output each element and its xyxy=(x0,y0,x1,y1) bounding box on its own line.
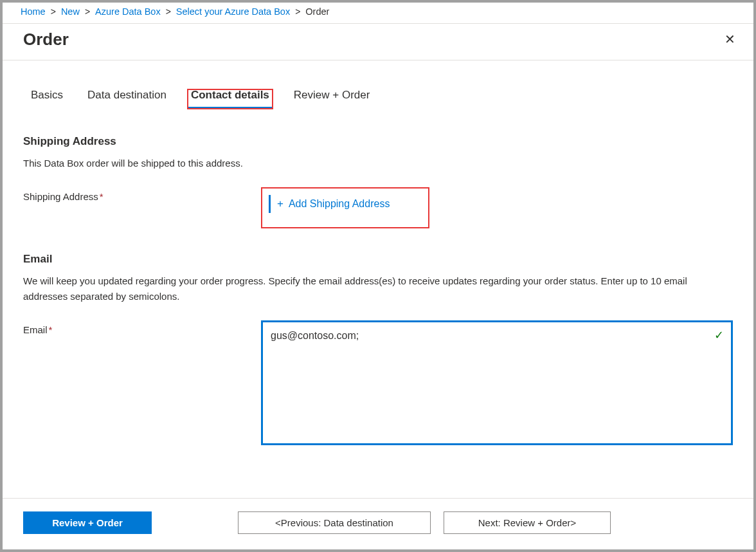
email-label: Email* xyxy=(23,320,261,335)
chevron-right-icon: > xyxy=(295,6,300,17)
page-title: Order xyxy=(23,30,69,50)
email-row: Email* ✓ xyxy=(23,320,733,447)
email-description: We will keep you updated regarding your … xyxy=(23,273,733,304)
shipping-address-row: Shipping Address* + Add Shipping Address xyxy=(23,187,733,228)
tab-contact-details[interactable]: Contact details xyxy=(187,89,273,109)
breadcrumb-new[interactable]: New xyxy=(61,6,80,17)
add-shipping-highlight-box: + Add Shipping Address xyxy=(261,187,429,228)
shipping-heading: Shipping Address xyxy=(23,135,733,148)
next-button[interactable]: Next: Review + Order> xyxy=(444,511,611,534)
breadcrumb: Home > New > Azure Data Box > Select you… xyxy=(3,3,753,24)
close-icon: ✕ xyxy=(724,32,735,46)
title-row: Order ✕ xyxy=(3,24,753,60)
plus-icon: + xyxy=(277,198,284,210)
email-section: Email We will keep you updated regarding… xyxy=(23,253,733,447)
breadcrumb-select-data-box[interactable]: Select your Azure Data Box xyxy=(176,6,290,17)
required-indicator: * xyxy=(49,324,53,335)
chevron-right-icon: > xyxy=(51,6,56,17)
email-input[interactable] xyxy=(261,320,733,445)
checkmark-icon: ✓ xyxy=(714,328,724,342)
email-control: ✓ xyxy=(261,320,733,447)
add-shipping-address-button[interactable]: + Add Shipping Address xyxy=(269,195,397,213)
add-shipping-address-label: Add Shipping Address xyxy=(289,198,390,210)
tab-data-destination[interactable]: Data destination xyxy=(87,89,166,109)
review-order-button[interactable]: Review + Order xyxy=(23,511,152,534)
tab-basics[interactable]: Basics xyxy=(31,89,63,109)
required-indicator: * xyxy=(100,191,104,202)
breadcrumb-current: Order xyxy=(305,6,329,17)
content-area: Basics Data destination Contact details … xyxy=(3,60,753,498)
shipping-address-label: Shipping Address* xyxy=(23,187,261,202)
tabs: Basics Data destination Contact details … xyxy=(31,89,733,109)
tab-review-order[interactable]: Review + Order xyxy=(294,89,370,109)
close-button[interactable]: ✕ xyxy=(721,29,739,50)
shipping-address-control: + Add Shipping Address xyxy=(261,187,733,228)
breadcrumb-home[interactable]: Home xyxy=(21,6,46,17)
previous-button[interactable]: <Previous: Data destination xyxy=(238,511,431,534)
breadcrumb-azure-data-box[interactable]: Azure Data Box xyxy=(95,6,161,17)
chevron-right-icon: > xyxy=(166,6,171,17)
order-window: Home > New > Azure Data Box > Select you… xyxy=(3,3,753,549)
footer: Review + Order <Previous: Data destinati… xyxy=(3,498,753,549)
chevron-right-icon: > xyxy=(85,6,90,17)
shipping-description: This Data Box order will be shipped to t… xyxy=(23,156,733,170)
email-heading: Email xyxy=(23,253,733,266)
